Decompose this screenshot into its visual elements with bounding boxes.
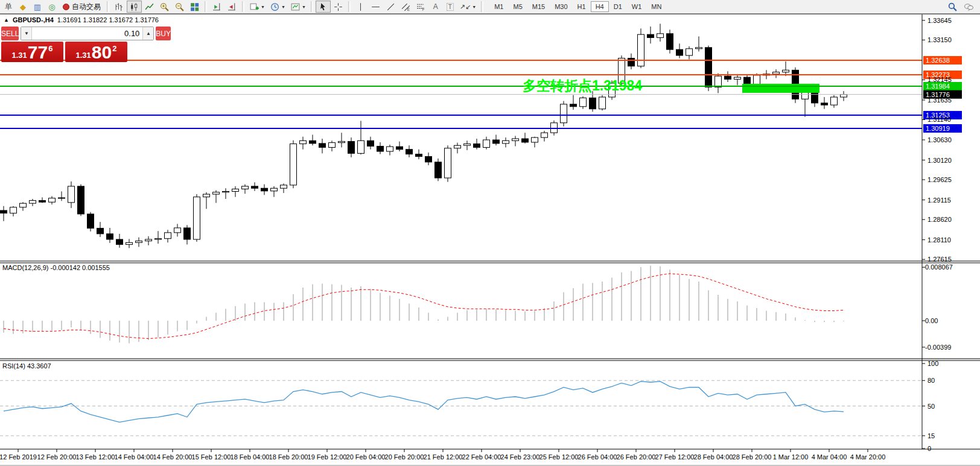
candle-body	[435, 162, 442, 178]
timeframe-button-M15[interactable]: M15	[527, 1, 550, 12]
time-tick-label: 12 Feb 2019	[0, 453, 37, 461]
trade-panel-top-row: SELL ▼ ▲ BUY	[1, 27, 127, 40]
tile-windows-button[interactable]	[187, 1, 202, 13]
chart-annotation-text[interactable]: 多空转折点1.31984	[523, 78, 642, 93]
candle-body	[30, 201, 36, 204]
volume-input[interactable]	[32, 27, 142, 40]
sell-button[interactable]: SELL	[1, 27, 19, 40]
buy-price-button[interactable]: 1.31 80 2	[65, 42, 127, 62]
buy-price-pip: 2	[112, 44, 116, 53]
candle-body	[821, 103, 828, 105]
candle-body	[290, 144, 297, 185]
text-icon: A	[433, 2, 438, 11]
candle-body	[368, 140, 374, 146]
macd-axis-label: 0.008067	[925, 263, 953, 271]
indicators-button[interactable]: ▼	[247, 1, 267, 13]
bar-chart-button[interactable]	[112, 1, 127, 13]
line-chart-icon	[144, 2, 154, 12]
dropdown-caret-icon: ▼	[472, 5, 476, 9]
price-axis[interactable]: 1.326381.322731.319841.312531.309191.317…	[922, 17, 962, 452]
new-order-button[interactable]: 单	[1, 1, 16, 13]
order-icon-button[interactable]: ◆	[16, 1, 30, 13]
templates-button[interactable]: ▼	[288, 1, 308, 13]
timeframe-button-H4[interactable]: H4	[591, 1, 609, 12]
candle-body	[242, 186, 249, 189]
cursor-icon	[318, 2, 328, 12]
annotation[interactable]: 多空转折点1.31984	[523, 78, 642, 93]
timeframe-button-H1[interactable]: H1	[573, 1, 591, 12]
time-tick-label: 14 Feb 20:00	[153, 453, 192, 461]
candle-body	[377, 146, 384, 152]
line-chart-button[interactable]	[142, 1, 157, 13]
trendline-button[interactable]	[383, 1, 398, 13]
buy-button[interactable]: BUY	[156, 27, 171, 40]
candle-body	[686, 49, 693, 55]
auto-scroll-button[interactable]	[209, 1, 224, 13]
price-badge-label: 1.30919	[926, 125, 950, 132]
navigator-button[interactable]: ◎	[45, 1, 59, 13]
time-tick-label: 13 Feb 12:00	[76, 453, 115, 461]
timeframe-button-D1[interactable]: D1	[609, 1, 627, 12]
timeframe-button-M5[interactable]: M5	[508, 1, 527, 12]
autotrading-button[interactable]: 自动交易	[59, 1, 104, 13]
candle-body	[648, 34, 654, 37]
toolbar: 单 ◆ ▥ ◎ 自动交易 ▼ ▼ ▼ E F A T ↗↙▼ M1M	[0, 0, 980, 14]
toolbar-separator	[242, 1, 244, 12]
volume-decrease-button[interactable]: ▼	[21, 27, 32, 40]
collapse-triangle-icon[interactable]: ▲	[4, 17, 9, 23]
navigator-icon: ◎	[48, 2, 55, 11]
market-watch-button[interactable]: ▥	[30, 1, 45, 13]
sell-price-button[interactable]: 1.31 77 6	[1, 42, 63, 62]
symbol-ohlc: 1.31691 1.31822 1.31672 1.31776	[57, 16, 159, 24]
auto-scroll-icon	[212, 2, 222, 12]
chat-icon[interactable]	[964, 2, 974, 12]
periods-button[interactable]: ▼	[267, 1, 288, 13]
text-button[interactable]: A	[428, 1, 443, 13]
text-label-button[interactable]: T	[443, 1, 457, 13]
arrows-button[interactable]: ↗↙▼	[457, 1, 479, 13]
cursor-button[interactable]	[316, 1, 331, 13]
candle-body	[580, 98, 587, 106]
time-axis[interactable]: 12 Feb 201912 Feb 20:0013 Feb 12:0014 Fe…	[0, 449, 885, 461]
candle-body	[339, 142, 345, 143]
candle-body	[319, 143, 326, 148]
time-tick-label: 28 Feb 20:00	[733, 453, 772, 461]
zoom-out-button[interactable]	[172, 1, 187, 13]
rsi-series	[4, 382, 844, 423]
zoom-in-button[interactable]	[157, 1, 172, 13]
time-tick-label: 20 Feb 20:00	[385, 453, 424, 461]
trendline-icon	[386, 2, 396, 12]
candle-body	[599, 97, 606, 109]
search-icon[interactable]	[947, 2, 958, 12]
autotrading-label: 自动交易	[72, 2, 101, 12]
candle-body	[474, 144, 480, 148]
timeframe-button-M1[interactable]: M1	[489, 1, 508, 12]
toolbar-right	[947, 2, 979, 12]
candle-body	[261, 188, 268, 191]
dropdown-caret-icon: ▼	[302, 5, 306, 9]
chart-canvas[interactable]: 1.326381.322731.319841.312531.309191.317…	[0, 14, 980, 466]
volume-increase-button[interactable]: ▲	[142, 27, 153, 40]
price-tick-label: 1.30630	[928, 136, 952, 143]
horizontal-line-button[interactable]	[368, 1, 383, 13]
timeframe-button-MN[interactable]: MN	[646, 1, 666, 12]
support-zone-rectangle[interactable]	[742, 84, 819, 93]
tile-windows-icon	[189, 2, 200, 12]
candle-body	[638, 34, 644, 66]
chart-shift-button[interactable]	[224, 1, 240, 13]
crosshair-button[interactable]	[331, 1, 346, 13]
timeframe-button-W1[interactable]: W1	[627, 1, 647, 12]
equidistant-channel-button[interactable]: E	[398, 1, 413, 13]
vertical-line-button[interactable]	[353, 1, 368, 13]
market-watch-icon: ▥	[34, 2, 41, 11]
rsi-line	[4, 382, 844, 423]
zone[interactable]	[742, 84, 819, 93]
mt4-window: 单 ◆ ▥ ◎ 自动交易 ▼ ▼ ▼ E F A T ↗↙▼ M1M	[0, 0, 980, 466]
candle-body	[396, 146, 403, 150]
candlestick-chart-button[interactable]	[127, 1, 142, 13]
candle-body	[165, 233, 171, 239]
fibonacci-button[interactable]: F	[413, 1, 428, 13]
candle-body	[358, 140, 364, 153]
timeframe-button-M30[interactable]: M30	[550, 1, 572, 12]
toolbar-separator	[205, 1, 207, 12]
